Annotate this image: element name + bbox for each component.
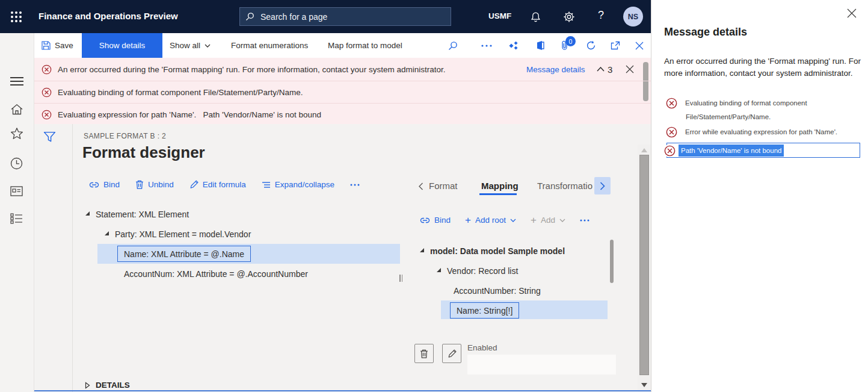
- tree-expanded-icon[interactable]: [85, 211, 90, 216]
- model-tree-node[interactable]: Vendor: Record list: [437, 261, 518, 281]
- tab-mapping[interactable]: Mapping: [481, 181, 519, 191]
- tree-expanded-icon[interactable]: [105, 231, 109, 235]
- error-icon: [664, 145, 676, 157]
- add-label: Add: [541, 216, 555, 225]
- filter-icon[interactable]: [43, 131, 56, 143]
- error-list-item[interactable]: Error while evaluating expression for pa…: [666, 126, 837, 138]
- delete-icon: [420, 349, 428, 358]
- main-scrollbar-thumb[interactable]: [639, 155, 649, 375]
- tree-node-label: Party: XML Element = model.Vendor: [115, 229, 251, 239]
- format-tree-node[interactable]: Party: XML Element = model.Vendor: [105, 224, 251, 244]
- model-tree-node[interactable]: model: Data model Sample model: [420, 241, 565, 261]
- filter-pane-divider: [72, 124, 73, 392]
- pane-splitter-handle[interactable]: [399, 275, 402, 282]
- chevron-left-icon[interactable]: [418, 182, 423, 190]
- side-nav: [0, 33, 34, 392]
- format-toolbar: Bind Unbind Edit formula Expand/collapse: [89, 180, 360, 189]
- search-icon[interactable]: [448, 33, 458, 58]
- help-button[interactable]: ?: [598, 9, 604, 22]
- model-tree-node-selected[interactable]: Name: String[!]: [441, 300, 608, 319]
- details-collapsed-icon: [85, 382, 90, 389]
- error-text: Evaluating binding of format component: [685, 98, 807, 109]
- gear-icon[interactable]: [564, 11, 574, 22]
- page-search[interactable]: [239, 7, 451, 26]
- app-title[interactable]: Finance and Operations Preview: [38, 11, 178, 21]
- bind-button[interactable]: Bind: [89, 180, 120, 189]
- refresh-icon[interactable]: [586, 33, 596, 58]
- alert-banner-stack: An error occurred during the 'Format map…: [34, 58, 651, 125]
- model-tree-node[interactable]: AccountNumber: String: [454, 281, 541, 300]
- add-root-label: Add root: [475, 216, 506, 225]
- chevron-down-icon: [205, 44, 211, 48]
- chevron-right-icon: [600, 182, 605, 190]
- edit-formula-button[interactable]: Edit formula: [189, 180, 246, 189]
- details-section-header[interactable]: DETAILS: [85, 381, 130, 390]
- enabled-field[interactable]: [467, 355, 616, 375]
- attachments-button[interactable]: 0: [561, 33, 568, 58]
- format-enumerations-button[interactable]: Format enumerations: [231, 33, 308, 58]
- alert-row: Evaluating expression for path 'Name'. P…: [34, 103, 651, 125]
- workspaces-icon[interactable]: [10, 213, 23, 224]
- more-icon[interactable]: [481, 33, 492, 58]
- delete-button[interactable]: [414, 344, 434, 363]
- tree-expanded-icon[interactable]: [437, 268, 441, 272]
- bell-icon[interactable]: [531, 11, 541, 22]
- message-details-link[interactable]: Message details: [526, 65, 585, 74]
- search-input[interactable]: [259, 11, 445, 22]
- edit-button[interactable]: [442, 344, 461, 363]
- more-icon[interactable]: [350, 184, 360, 186]
- show-all-label: Show all: [170, 41, 200, 50]
- popout-icon[interactable]: [611, 33, 620, 58]
- show-all-menu[interactable]: Show all: [170, 33, 211, 58]
- advisor-icon[interactable]: [509, 33, 519, 58]
- tab-format[interactable]: Format: [429, 181, 458, 191]
- error-icon: [42, 110, 52, 120]
- home-icon[interactable]: [10, 104, 23, 115]
- show-details-label: Show details: [99, 41, 146, 50]
- show-details-button[interactable]: Show details: [82, 33, 162, 58]
- selected-error-text[interactable]: Path 'Vendor/Name' is not bound: [679, 145, 784, 157]
- expand-collapse-icon: [262, 181, 271, 188]
- tree-expanded-icon[interactable]: [420, 248, 424, 252]
- close-icon[interactable]: [635, 33, 644, 58]
- expand-collapse-button[interactable]: Expand/collapse: [262, 180, 334, 189]
- close-icon[interactable]: [626, 65, 634, 73]
- record-caption: SAMPLE FORMAT B : 2: [84, 132, 166, 140]
- format-tree-node[interactable]: Statement: XML Element: [85, 204, 189, 224]
- scroll-down-arrow[interactable]: [641, 383, 647, 387]
- add-root-button[interactable]: + Add root: [465, 215, 516, 225]
- error-list-item[interactable]: Evaluating binding of format component: [666, 98, 807, 109]
- caret-up-icon[interactable]: [597, 67, 605, 72]
- model-tree-scrollbar[interactable]: [610, 240, 614, 283]
- error-icon: [42, 64, 52, 75]
- avatar[interactable]: NS: [623, 7, 643, 26]
- scroll-up-arrow[interactable]: [641, 148, 647, 152]
- more-icon[interactable]: [580, 219, 589, 222]
- favorites-icon[interactable]: [10, 127, 23, 140]
- bind-button[interactable]: Bind: [420, 216, 451, 225]
- format-tree-node[interactable]: AccountNum: XML Attribute = @.AccountNum…: [124, 264, 308, 284]
- unbind-button[interactable]: Unbind: [135, 180, 174, 189]
- format-tree-node-selected[interactable]: Name: XML Attribute = @.Name: [97, 244, 400, 264]
- expand-collapse-label: Expand/collapse: [275, 180, 334, 189]
- enabled-field-label: Enabled: [467, 343, 497, 352]
- edit-icon: [189, 180, 199, 189]
- forms-icon[interactable]: [10, 186, 23, 196]
- alert-text: Evaluating binding of format component F…: [58, 88, 303, 97]
- app-launcher-icon[interactable]: [11, 11, 22, 22]
- close-icon[interactable]: [847, 8, 857, 18]
- save-button[interactable]: Save: [42, 33, 73, 58]
- menu-icon[interactable]: [10, 75, 23, 88]
- company-selector[interactable]: USMF: [488, 11, 511, 20]
- error-icon: [666, 126, 677, 138]
- tree-node-label: Name: XML Attribute = @.Name: [124, 249, 244, 259]
- bind-label: Bind: [103, 180, 120, 189]
- recent-icon[interactable]: [10, 157, 23, 170]
- map-format-to-model-button[interactable]: Map format to model: [328, 33, 402, 58]
- add-button-disabled[interactable]: + Add: [531, 215, 565, 225]
- map-format-label: Map format to model: [328, 41, 402, 50]
- office-icon[interactable]: [535, 33, 545, 58]
- plus-icon: +: [465, 215, 471, 225]
- tab-transformations[interactable]: Transformatio: [537, 181, 593, 191]
- tab-scroll-right-button[interactable]: [594, 177, 611, 194]
